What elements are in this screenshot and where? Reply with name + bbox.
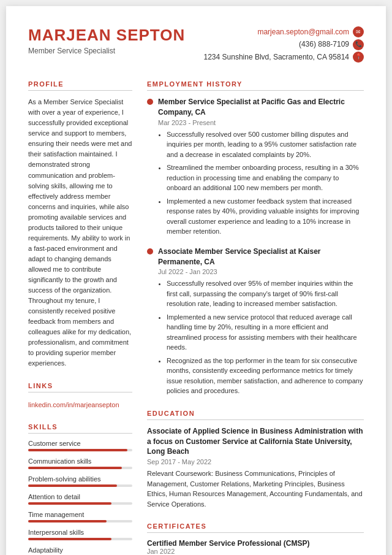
- job-dot: [147, 99, 153, 105]
- job-bullet: Successfully resolved over 95% of member…: [167, 278, 364, 309]
- candidate-name: MARJEAN SEPTON: [28, 26, 185, 45]
- job-date: Mar 2023 - Present: [158, 119, 364, 126]
- location-icon: 📍: [353, 52, 364, 63]
- email-link[interactable]: marjean.septon@gmail.com: [257, 26, 349, 38]
- certificates-section-title: CERTIFICATES: [147, 522, 364, 533]
- skills-section: SKILLS Customer service Communication sk…: [28, 423, 132, 555]
- header-left: MARJEAN SEPTON Member Service Specialist: [28, 26, 185, 55]
- job-bullet: Implemented a new customer feedback syst…: [167, 196, 364, 237]
- candidate-title: Member Service Specialist: [28, 47, 185, 55]
- job-bullet: Successfully resolved over 500 customer …: [167, 129, 364, 160]
- email-row: marjean.septon@gmail.com ✉: [204, 26, 364, 38]
- edu-desc: Relevant Coursework: Business Communicat…: [147, 469, 364, 509]
- skill-item: Problem-solving abilities: [28, 475, 132, 487]
- right-column: EMPLOYMENT HISTORY Member Service Specia…: [147, 80, 364, 555]
- left-column: PROFILE As a Member Service Specialist w…: [28, 80, 132, 555]
- skill-bar-bg: [28, 520, 132, 522]
- skill-item: Communication skills: [28, 457, 132, 469]
- linkedin-link-item: linkedin.com/in/marjeansepton: [28, 399, 132, 410]
- skills-list: Customer service Communication skills Pr…: [28, 440, 132, 555]
- skill-label: Time management: [28, 511, 132, 518]
- cert-date: Jan 2022: [147, 548, 364, 555]
- job-dot: [147, 248, 153, 255]
- skill-label: Problem-solving abilities: [28, 475, 132, 483]
- edu-date: Sep 2017 - May 2022: [147, 458, 364, 465]
- skill-bar-fill: [28, 502, 111, 505]
- phone-text: (436) 888-7109: [299, 38, 349, 50]
- cert-title: Certified Member Service Professional (C…: [147, 539, 364, 548]
- education-section: EDUCATION Associate of Applied Science i…: [147, 410, 364, 509]
- skill-item: Customer service: [28, 440, 132, 451]
- skill-bar-fill: [28, 484, 117, 487]
- employment-section-title: EMPLOYMENT HISTORY: [147, 80, 364, 91]
- skill-item: Interpersonal skills: [28, 529, 132, 540]
- phone-icon: 📞: [353, 39, 364, 50]
- skill-item: Time management: [28, 511, 132, 522]
- skill-bar-bg: [28, 538, 132, 540]
- header: MARJEAN SEPTON Member Service Specialist…: [28, 26, 364, 63]
- job-item: Associate Member Service Specialist at K…: [147, 247, 364, 396]
- skill-bar-bg: [28, 467, 132, 469]
- skill-bar-fill: [28, 520, 107, 522]
- links-section: LINKS linkedin.com/in/marjeansepton: [28, 382, 132, 410]
- address-row: 1234 Sunshine Blvd, Sacramento, CA 95814…: [204, 51, 364, 63]
- body: PROFILE As a Member Service Specialist w…: [28, 80, 364, 555]
- profile-text: As a Member Service Specialist with over…: [28, 97, 132, 369]
- skill-bar-fill: [28, 449, 127, 451]
- education-section-title: EDUCATION: [147, 410, 364, 420]
- job-title: Associate Member Service Specialist at K…: [158, 247, 364, 267]
- education-item: Associate of Applied Science in Business…: [147, 426, 364, 509]
- skill-label: Customer service: [28, 440, 132, 447]
- job-bullet: Implemented a new service protocol that …: [167, 312, 364, 353]
- skill-bar-fill: [28, 467, 122, 469]
- skill-bar-bg: [28, 484, 132, 487]
- resume-container: MARJEAN SEPTON Member Service Specialist…: [6, 6, 386, 555]
- jobs-list: Member Service Specialist at Pacific Gas…: [147, 97, 364, 396]
- skills-section-title: SKILLS: [28, 423, 132, 434]
- edu-title: Associate of Applied Science in Business…: [147, 426, 364, 457]
- skill-label: Attention to detail: [28, 493, 132, 500]
- job-title: Member Service Specialist at Pacific Gas…: [158, 97, 364, 118]
- job-bullets: Successfully resolved over 500 customer …: [158, 129, 364, 237]
- address-text: 1234 Sunshine Blvd, Sacramento, CA 95814: [204, 51, 350, 63]
- job-bullet: Recognized as the top performer in the t…: [167, 356, 364, 396]
- employment-section: EMPLOYMENT HISTORY Member Service Specia…: [147, 80, 364, 396]
- job-bullets: Successfully resolved over 95% of member…: [158, 278, 364, 396]
- cert-item: Certified Member Service Professional (C…: [147, 539, 364, 555]
- job-item: Member Service Specialist at Pacific Gas…: [147, 97, 364, 237]
- skill-item: Attention to detail: [28, 493, 132, 505]
- skill-bar-bg: [28, 502, 132, 505]
- education-list: Associate of Applied Science in Business…: [147, 426, 364, 509]
- job-header: Associate Member Service Specialist at K…: [147, 247, 364, 267]
- skill-label: Interpersonal skills: [28, 529, 132, 536]
- profile-section: PROFILE As a Member Service Specialist w…: [28, 80, 132, 369]
- skill-bar-bg: [28, 449, 132, 451]
- certificates-list: Certified Member Service Professional (C…: [147, 539, 364, 555]
- skill-item: Adaptability: [28, 546, 132, 555]
- job-header: Member Service Specialist at Pacific Gas…: [147, 97, 364, 118]
- skill-label: Adaptability: [28, 546, 132, 554]
- job-bullet: Streamlined the member onboarding proces…: [167, 163, 364, 193]
- phone-row: (436) 888-7109 📞: [204, 38, 364, 50]
- skill-bar-fill: [28, 538, 111, 540]
- header-right: marjean.septon@gmail.com ✉ (436) 888-710…: [204, 26, 364, 63]
- email-icon: ✉: [353, 26, 364, 37]
- links-section-title: LINKS: [28, 382, 132, 392]
- profile-section-title: PROFILE: [28, 80, 132, 91]
- linkedin-link[interactable]: linkedin.com/in/marjeansepton: [28, 401, 119, 408]
- certificates-section: CERTIFICATES Certified Member Service Pr…: [147, 522, 364, 555]
- skill-label: Communication skills: [28, 457, 132, 465]
- job-date: Jul 2022 - Jan 2023: [158, 268, 364, 275]
